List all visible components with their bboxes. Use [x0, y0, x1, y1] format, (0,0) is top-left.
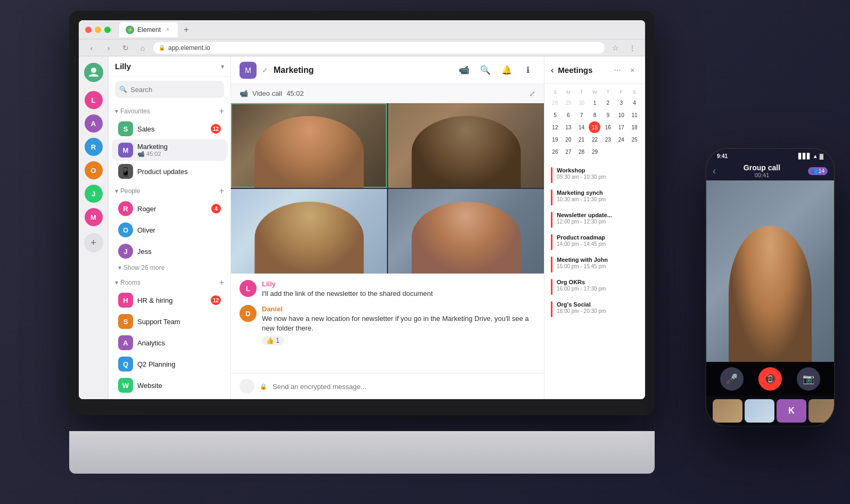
cal-day-12[interactable]: 12	[549, 121, 561, 133]
cal-day-9[interactable]: 9	[602, 109, 614, 121]
user-avatar[interactable]	[84, 63, 103, 82]
video-call-button[interactable]: 📹	[457, 63, 472, 78]
cal-day-10[interactable]: 10	[615, 109, 627, 121]
cal-day-8[interactable]: 8	[589, 109, 600, 121]
sidebar-item-jess[interactable]: J Jess	[112, 241, 227, 262]
sidebar-item-marketing[interactable]: M Marketing 📹 45:02	[112, 139, 227, 161]
message-input[interactable]	[273, 383, 535, 391]
info-button[interactable]: ℹ	[521, 63, 535, 78]
meeting-product-roadmap[interactable]: Product roadmap 14:00 pm - 14:45 pm	[544, 231, 645, 253]
search-chat-button[interactable]: 🔍	[478, 63, 493, 78]
add-person-button[interactable]: +	[219, 186, 224, 196]
phone-thumb-1[interactable]	[713, 399, 742, 423]
sidebar-item-product-updates[interactable]: 📱 Product updates	[112, 161, 227, 182]
address-bar[interactable]: 🔒 app.element.io	[153, 42, 605, 54]
video-tile-4	[388, 189, 544, 274]
cal-day-21[interactable]: 21	[576, 134, 588, 145]
sidebar-item-oliver[interactable]: O Oliver	[112, 219, 227, 241]
close-button[interactable]	[85, 27, 92, 33]
sidebar-item-support-team[interactable]: S Support Team	[112, 311, 227, 332]
phone-thumb-2[interactable]	[745, 399, 774, 423]
cal-day-29[interactable]: 29	[589, 146, 600, 158]
meetings-close-button[interactable]: ×	[626, 64, 639, 77]
active-tab[interactable]: ⚡ Element ×	[119, 22, 178, 37]
camera-button[interactable]: 📷	[797, 367, 820, 391]
home-button[interactable]: ⌂	[136, 42, 149, 54]
cal-day-11[interactable]: 11	[629, 109, 640, 121]
rail-avatar-2[interactable]: A	[84, 114, 103, 133]
phone-thumb-k[interactable]: K	[777, 399, 806, 423]
sidebar-item-analytics[interactable]: A Analytics	[112, 332, 227, 353]
tab-close-button[interactable]: ×	[164, 26, 171, 34]
cal-day-17[interactable]: 17	[615, 121, 627, 133]
sidebar-item-sales[interactable]: S Sales 12	[112, 118, 227, 139]
cal-day-5[interactable]: 5	[549, 109, 561, 121]
cal-day-2[interactable]: 2	[602, 97, 614, 109]
cal-day-4[interactable]: 4	[629, 97, 640, 109]
meeting-newsletter[interactable]: Newsletter update... 12:00 pm - 12:30 pm	[544, 209, 645, 231]
meetings-more-button[interactable]: ⋯	[611, 64, 624, 77]
cal-day-15-today[interactable]: 15	[589, 121, 600, 133]
notifications-button[interactable]: 🔔	[499, 63, 514, 78]
cal-day-6[interactable]: 6	[563, 109, 574, 121]
add-room-button[interactable]: +	[219, 278, 224, 287]
rail-avatar-3[interactable]: R	[84, 137, 103, 156]
cal-day[interactable]: 28	[549, 97, 561, 109]
phone-back-button[interactable]: ‹	[713, 166, 716, 177]
forward-button[interactable]: ›	[102, 42, 115, 54]
cal-day-20[interactable]: 20	[563, 134, 574, 145]
meeting-name: Workshop	[557, 167, 606, 173]
sidebar-chevron-icon[interactable]: ▾	[221, 63, 224, 70]
meeting-org-okrs[interactable]: Org OKRs 16:00 pm - 17:30 pm	[544, 276, 645, 298]
cal-day-23[interactable]: 23	[602, 134, 614, 145]
menu-button[interactable]: ⋮	[626, 42, 639, 54]
mute-button[interactable]: 🎤	[720, 367, 744, 391]
show-more-people[interactable]: ▾ Show 26 more	[112, 262, 227, 274]
sidebar-item-roger[interactable]: R Roger 4	[112, 198, 227, 219]
phone-thumb-3[interactable]	[808, 399, 834, 423]
cal-day-26[interactable]: 26	[549, 146, 561, 158]
cal-day-14[interactable]: 14	[576, 121, 588, 133]
meeting-workshop[interactable]: Workshop 09:30 am - 10:30 pm	[544, 164, 645, 186]
meeting-john[interactable]: Meeting with John 15:00 pm - 15:45 pm	[544, 253, 645, 276]
cal-day-27[interactable]: 27	[563, 146, 574, 158]
meetings-back-icon[interactable]: ‹	[551, 65, 554, 75]
cal-day-3[interactable]: 3	[615, 97, 627, 109]
sidebar-item-q2-planning[interactable]: Q Q2 Planning	[112, 353, 227, 375]
add-favourite-button[interactable]: +	[219, 106, 224, 116]
cal-day[interactable]: 29	[563, 97, 574, 109]
cal-day-13[interactable]: 13	[563, 121, 574, 133]
cal-day-19[interactable]: 19	[549, 134, 561, 145]
show-more-rooms[interactable]: ▾ Show 10 more	[112, 396, 227, 399]
reload-button[interactable]: ↻	[119, 42, 132, 54]
minimize-button[interactable]	[95, 27, 101, 33]
cal-day-22[interactable]: 22	[589, 134, 600, 145]
cal-day-25[interactable]: 25	[629, 134, 640, 145]
new-tab-button[interactable]: +	[180, 23, 193, 36]
rail-avatar-6[interactable]: M	[84, 208, 103, 227]
meeting-org-social[interactable]: Org's Social 18:00 pm - 20:30 pm	[544, 298, 645, 320]
cal-day-24[interactable]: 24	[615, 134, 627, 145]
meeting-marketing-synch[interactable]: Marketing synch 10:30 am - 11:30 pm	[544, 186, 645, 209]
end-call-button[interactable]: 📵	[758, 367, 782, 391]
add-space-button[interactable]: +	[84, 233, 103, 252]
sidebar-item-hr-hiring[interactable]: H HR & hiring 12	[112, 290, 227, 311]
search-bar[interactable]: 🔍	[115, 81, 224, 98]
cal-day-7[interactable]: 7	[576, 109, 588, 121]
cal-day-18[interactable]: 18	[629, 121, 640, 133]
emoji-reaction[interactable]: 👍 1	[262, 336, 284, 345]
cal-day-1[interactable]: 1	[589, 97, 600, 109]
fullscreen-button[interactable]	[104, 27, 111, 33]
cal-day-28[interactable]: 28	[576, 146, 588, 158]
cal-day[interactable]: 30	[576, 97, 588, 109]
rail-avatar-1[interactable]: L	[84, 90, 103, 110]
rail-avatar-5[interactable]: J	[84, 184, 103, 203]
sidebar-item-website[interactable]: W Website	[112, 375, 227, 396]
back-button[interactable]: ‹	[85, 42, 98, 54]
main-chat-area: M ✓ Marketing 📹 🔍 🔔 ℹ	[231, 56, 544, 399]
rail-avatar-4[interactable]: O	[84, 161, 103, 180]
expand-video-button[interactable]: ⤢	[529, 89, 535, 98]
cal-day-16[interactable]: 16	[602, 121, 614, 133]
bookmark-button[interactable]: ☆	[609, 42, 622, 54]
search-input[interactable]	[130, 86, 220, 94]
